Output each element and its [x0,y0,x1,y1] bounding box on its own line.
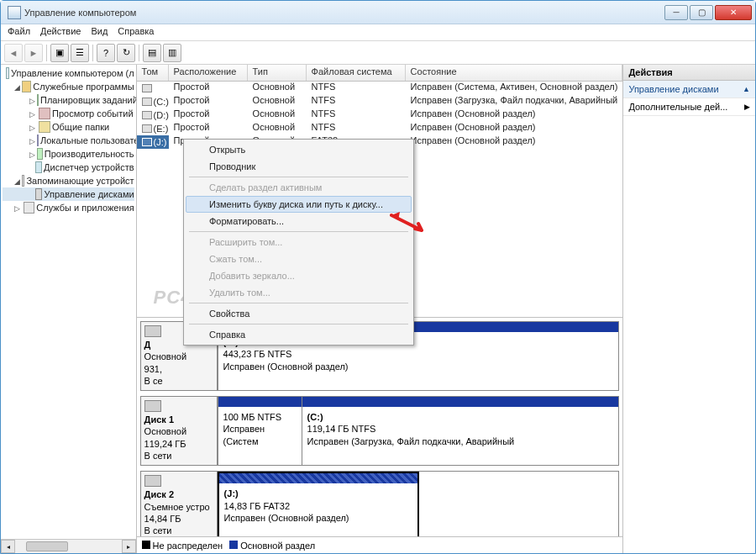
view1-button[interactable]: ▤ [143,44,161,62]
tree-tools[interactable]: ◢Служебные программы [3,80,134,93]
window-title: Управление компьютером [24,8,664,18]
col-filesystem[interactable]: Файловая система [307,65,406,81]
close-button[interactable]: ✕ [715,5,752,20]
tree-scheduler[interactable]: ▷Планировщик заданий [3,93,134,107]
tree-users[interactable]: ▷Локальные пользовате [3,134,134,147]
drive-icon [142,84,152,92]
volume-list-header: Том Расположение Тип Файловая система Со… [137,65,623,82]
tree-shared[interactable]: ▷Общие папки [3,120,134,134]
col-type[interactable]: Тип [248,65,307,81]
disk-icon [144,325,161,337]
drive-icon [142,138,152,146]
partition[interactable]: (C:) 119,14 ГБ NTFS Исправен (Загрузка, … [302,397,619,465]
titlebar: Управление компьютером ─ ▢ ✕ [1,1,755,24]
tree-diskmgmt[interactable]: Управление дисками [3,187,134,201]
menu-view[interactable]: Вид [91,26,108,39]
ctx-explore[interactable]: Проводник [186,158,412,175]
disk-icon [144,400,161,412]
ctx-delete: Удалить том... [186,284,412,301]
col-state[interactable]: Состояние [406,65,623,81]
menubar: Файл Действие Вид Справка [1,24,755,41]
ctx-make-active: Сделать раздел активным [186,179,412,196]
up-button[interactable]: ▣ [50,44,69,62]
volume-row[interactable]: (C:) Простой Основной NTFS Исправен (Заг… [137,95,623,108]
menu-help[interactable]: Справка [118,26,154,39]
props-button[interactable]: ☰ [71,44,89,62]
app-icon [8,6,21,19]
legend: Не распределен Основной раздел [137,536,623,553]
chevron-right-icon: ▶ [744,103,750,111]
disk-graphical-view[interactable]: Д Основной 931, В се (E:) 443,23 ГБ NTFS… [137,317,623,536]
minimize-button[interactable]: ─ [664,5,688,20]
volume-row[interactable]: (E:) Простой Основной NTFS Исправен (Осн… [137,122,623,135]
disk-row-1[interactable]: Диск 1 Основной 119,24 ГБ В сети 100 МБ … [140,396,620,466]
forward-button[interactable]: ► [24,44,43,62]
tree-scrollbar[interactable]: ◂▸ [1,539,136,553]
maximize-button[interactable]: ▢ [690,5,713,20]
menu-file[interactable]: Файл [8,26,30,39]
disk-icon [144,475,161,487]
tree-root[interactable]: Управление компьютером (л [3,66,134,80]
menu-action[interactable]: Действие [40,26,81,39]
ctx-open[interactable]: Открыть [186,141,412,158]
tree-storage[interactable]: ◢Запоминающие устройст [3,174,134,187]
volume-row[interactable]: (D:) Простой Основной NTFS Исправен (Осн… [137,108,623,122]
actions-panel: Действия Управление дисками▲ Дополнитель… [623,65,755,553]
view2-button[interactable]: ▥ [163,44,181,62]
drive-icon [142,98,152,106]
tree-devmgr[interactable]: Диспетчер устройств [3,161,134,174]
help-button[interactable]: ? [97,44,115,62]
actions-section-diskmgmt[interactable]: Управление дисками▲ [623,81,755,98]
toolbar: ◄ ► ▣ ☰ ? ↻ ▤ ▥ [1,41,755,65]
col-volume[interactable]: Том [137,65,169,81]
disk-info: Диск 1 Основной 119,24 ГБ В сети [140,396,218,466]
col-layout[interactable]: Расположение [169,65,248,81]
drive-icon [142,124,152,133]
collapse-icon: ▲ [743,85,750,93]
partition-selected[interactable]: (J:) 14,83 ГБ FAT32 Исправен (Основной р… [218,472,419,536]
tree-perf[interactable]: ▷Производительность [3,147,134,161]
actions-more[interactable]: Дополнительные дей...▶ [623,98,755,116]
ctx-mirror: Добавить зеркало... [186,267,412,284]
ctx-properties[interactable]: Свойства [186,305,412,322]
context-menu: Открыть Проводник Сделать раздел активны… [183,139,414,346]
ctx-shrink: Сжать том... [186,251,412,267]
refresh-button[interactable]: ↻ [117,44,135,62]
nav-tree[interactable]: Управление компьютером (л ◢Служебные про… [1,65,137,553]
tree-events[interactable]: ▷Просмотр событий [3,107,134,120]
ctx-help[interactable]: Справка [186,326,412,343]
actions-header: Действия [623,65,755,81]
disk-info: Диск 2 Съемное устро 14,84 ГБ В сети [140,471,218,536]
disk-row-2[interactable]: Диск 2 Съемное устро 14,84 ГБ В сети (J:… [140,471,620,536]
ctx-extend: Расширить том... [186,234,412,251]
volume-row[interactable]: Простой Основной NTFS Исправен (Система,… [137,82,623,95]
ctx-format[interactable]: Форматировать... [186,213,412,230]
drive-icon [142,111,152,119]
back-button[interactable]: ◄ [4,44,23,62]
tree-services[interactable]: ▷Службы и приложения [3,201,134,214]
ctx-change-letter[interactable]: Изменить букву диска или путь к диску... [186,196,412,213]
partition[interactable]: 100 МБ NTFS Исправен (Систем [218,397,302,465]
